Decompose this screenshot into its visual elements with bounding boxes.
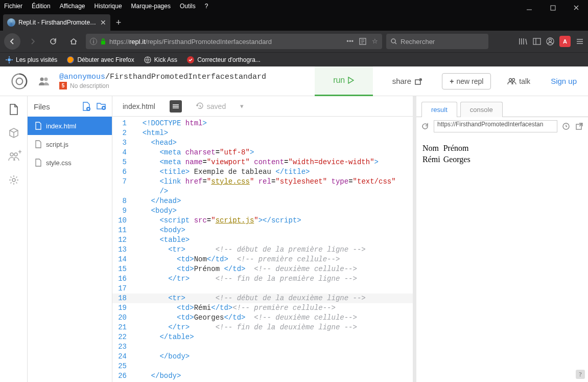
bookmark-firefox-start[interactable]: Débuter avec Firefox	[66, 56, 134, 64]
files-tab-icon[interactable]	[8, 103, 20, 116]
bookmark-star-icon[interactable]: ☆	[372, 37, 378, 46]
collaborators-icon[interactable]	[38, 76, 50, 86]
svg-rect-0	[551, 6, 555, 10]
bookmark-kickass[interactable]: Kick Ass	[144, 56, 177, 64]
play-icon	[348, 77, 354, 84]
firefox-tabbar: Repl.it - FirsthandPromotedInte ✕ +	[0, 12, 588, 31]
share-button[interactable]: share	[382, 77, 433, 85]
library-icon[interactable]	[519, 37, 528, 46]
info-icon[interactable]: i	[90, 38, 97, 45]
cell-nom: Nom	[422, 143, 442, 153]
svg-rect-4	[533, 38, 540, 44]
window-maximize[interactable]	[541, 0, 565, 15]
run-label: run	[333, 76, 345, 85]
back-button[interactable]	[4, 33, 20, 50]
code-editor[interactable]: 1 <!DOCTYPE html> 2 <html> 3 <head> 4 <m…	[112, 117, 413, 382]
reader-icon[interactable]	[359, 37, 367, 46]
file-item-index[interactable]: index.html	[28, 117, 112, 135]
packages-icon[interactable]	[8, 127, 20, 139]
spellcheck-icon	[186, 56, 195, 64]
window-close[interactable]	[565, 0, 588, 15]
firefox-icon	[66, 56, 75, 64]
repl-name: FirsthandPromotedInterfacestandard	[110, 73, 266, 81]
help-badge[interactable]: ?	[576, 370, 585, 379]
menu-outils[interactable]: Outils	[180, 3, 196, 10]
browser-tab[interactable]: Repl.it - FirsthandPromotedInte ✕	[3, 14, 110, 31]
file-label: index.html	[46, 122, 76, 130]
saved-indicator: saved	[196, 102, 226, 110]
menu-fichier[interactable]: Fichier	[4, 3, 22, 10]
url-bar[interactable]: i https://repl.it/repls/FirsthandPromote…	[86, 34, 382, 49]
replit-logo[interactable]	[10, 72, 29, 91]
preview-reload-icon[interactable]	[420, 122, 430, 130]
editor-settings-icon[interactable]	[170, 100, 182, 113]
file-icon	[35, 159, 42, 167]
new-file-icon[interactable]	[82, 102, 90, 111]
menu-edition[interactable]: Édition	[32, 3, 51, 10]
file-item-style[interactable]: style.css	[28, 153, 112, 172]
svg-point-13	[40, 77, 44, 81]
new-repl-label: new repl	[456, 77, 483, 85]
files-heading: Files	[34, 102, 50, 111]
preview-frame: NomPrénom RémiGeorges ?	[416, 135, 588, 382]
bookmark-label: Débuter avec Firefox	[77, 56, 134, 63]
result-tab[interactable]: result	[421, 102, 457, 117]
replit-favicon	[7, 18, 15, 27]
bookmark-label: Les plus visités	[16, 56, 57, 63]
file-item-script[interactable]: script.js	[28, 135, 112, 153]
menu-historique[interactable]: Historique	[95, 3, 122, 10]
svg-point-20	[12, 178, 15, 182]
multiplayer-icon[interactable]: +	[8, 150, 20, 163]
repl-left-sidebar: +	[0, 96, 28, 382]
window-minimize[interactable]	[518, 0, 541, 15]
tab-close-icon[interactable]: ✕	[100, 18, 106, 27]
output-panel: result console https://FirsthandPromoted…	[416, 96, 588, 382]
table-row: NomPrénom	[422, 143, 473, 153]
new-repl-button[interactable]: + new repl	[442, 73, 491, 89]
menu-help[interactable]: ?	[205, 3, 208, 10]
preview-table: NomPrénom RémiGeorges	[421, 142, 474, 166]
new-folder-icon[interactable]	[97, 102, 106, 111]
plus-icon: +	[450, 77, 454, 85]
editor-open-file[interactable]: index.html	[123, 102, 155, 110]
talk-button[interactable]: talk	[500, 77, 537, 85]
svg-rect-1	[101, 41, 105, 44]
preview-url[interactable]: https://FirsthandPromotedInterfacestan	[434, 120, 557, 132]
svg-point-16	[509, 78, 512, 81]
settings-icon[interactable]	[8, 174, 20, 186]
extension-badge[interactable]: A	[559, 36, 571, 47]
bookmark-most-visited[interactable]: Les plus visités	[5, 56, 57, 64]
preview-open-icon[interactable]	[575, 122, 584, 130]
hamburger-menu-icon[interactable]	[576, 37, 584, 46]
history-icon	[196, 102, 204, 110]
search-bar[interactable]: Rechercher	[386, 34, 488, 49]
firefox-toolbar: i https://repl.it/repls/FirsthandPromote…	[0, 31, 588, 52]
repl-description: No description	[70, 82, 109, 89]
svg-point-7	[8, 58, 11, 61]
table-row: RémiGeorges	[422, 154, 473, 165]
svg-point-18	[10, 153, 13, 156]
menu-affichage[interactable]: Affichage	[60, 3, 85, 10]
svg-point-6	[549, 39, 552, 42]
sidebar-icon[interactable]	[533, 37, 541, 46]
reload-button[interactable]	[45, 33, 61, 50]
search-icon	[390, 38, 397, 45]
signup-button[interactable]: Sign up	[547, 77, 581, 85]
repl-owner[interactable]: @anonymous	[59, 73, 105, 81]
page-actions-icon[interactable]: •••	[346, 37, 354, 46]
talk-label: talk	[519, 77, 530, 85]
forward-button[interactable]	[25, 33, 41, 50]
file-icon	[35, 140, 42, 148]
preview-history-icon[interactable]	[561, 122, 571, 130]
run-button[interactable]: run	[315, 66, 373, 96]
file-label: style.css	[46, 159, 72, 167]
new-tab-button[interactable]: +	[110, 14, 127, 31]
account-icon[interactable]	[546, 37, 554, 46]
chevron-down-icon[interactable]: ▾	[240, 102, 244, 110]
editor-panel: index.html saved ▾ 1 <!DOCTYPE html> 2 <…	[112, 96, 416, 382]
bookmark-spellcheck[interactable]: Correcteur d'orthogra...	[186, 56, 261, 64]
console-tab[interactable]: console	[460, 102, 503, 117]
home-button[interactable]	[65, 33, 82, 50]
url-scheme: https://	[109, 38, 129, 46]
menu-marquepages[interactable]: Marque-pages	[131, 3, 171, 10]
